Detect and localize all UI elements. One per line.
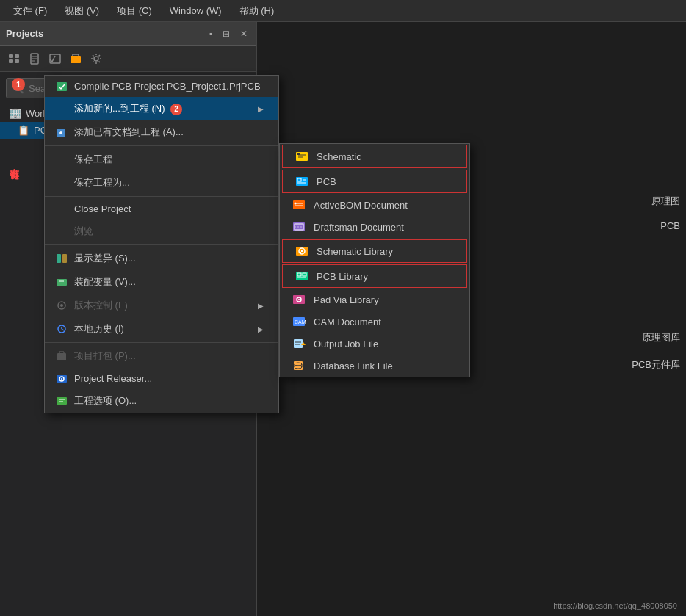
menu-file[interactable]: 文件 (F) [6, 1, 54, 21]
pcb-lib-icon [295, 270, 309, 282]
project-icon: 📋 [18, 125, 29, 136]
draftsman-label: Draftsman Document [314, 222, 404, 233]
submenu-arrow: ▶ [258, 105, 264, 113]
separator-1 [45, 145, 278, 146]
sub-db-link[interactable]: Database Link File [280, 355, 469, 377]
svg-rect-3 [15, 59, 19, 63]
panel-header: Projects ▪ ⊟ ✕ [0, 22, 256, 46]
sub-schem-lib[interactable]: Schematic Library [282, 239, 467, 263]
badge-1: 1 [12, 78, 25, 91]
ctx-close-project[interactable]: Close Project [45, 198, 278, 220]
sub-pad-via[interactable]: Pad Via Library [280, 289, 469, 311]
pad-via-icon [292, 294, 306, 305]
schem-lib-label: Schematic Library [317, 246, 393, 257]
ctx-add-new[interactable]: 添加新的...到工程 (N) 2 ▶ [45, 97, 278, 120]
cam-label: CAM Document [314, 316, 381, 327]
compile-label: Compile PCB Project PCB_Project1.PrjPCB [74, 81, 261, 92]
version-icon [55, 299, 68, 312]
show-diff-label: 显示差异 (S)... [74, 252, 136, 265]
draftsman-icon [292, 221, 306, 233]
assembly-icon [55, 275, 68, 289]
sub-cam[interactable]: CAM CAM Document [280, 311, 469, 333]
svg-point-28 [61, 378, 62, 380]
badge-2: 2 [170, 104, 182, 115]
submenu: Schematic PCB ActiveBOM Document Draftsm… [279, 143, 470, 377]
bottom-url: https://blog.csdn.net/qq_48008050 [553, 601, 677, 610]
workspace-icon: 🏢 [9, 107, 21, 119]
ctx-project-pack: 项目打包 (P)... [45, 344, 278, 368]
ctx-local-history[interactable]: 本地历史 (I) ▶ [45, 317, 278, 341]
svg-rect-1 [15, 54, 19, 58]
sub-pcb-lib[interactable]: PCB Library [282, 264, 467, 288]
menu-window[interactable]: Window (W) [162, 2, 229, 19]
project-options-label: 工程选项 (O)... [74, 394, 137, 407]
version-ctrl-label: 版本控制 (E) [74, 299, 128, 312]
panel-title: Projects [6, 28, 206, 39]
svg-text:CAM: CAM [295, 319, 306, 325]
pcb-lib-label: PCB Library [317, 271, 368, 282]
output-job-icon [292, 338, 306, 349]
svg-rect-35 [297, 153, 300, 155]
menu-project[interactable]: 项目 (C) [109, 1, 159, 21]
sub-activebom[interactable]: ActiveBOM Document [280, 194, 469, 216]
ctx-save-project[interactable]: 保存工程 [45, 148, 278, 171]
panel-toolbar [0, 46, 256, 72]
sub-pcb[interactable]: PCB [282, 170, 467, 193]
pin-icon[interactable]: ▪ [206, 27, 215, 40]
separator-4 [45, 342, 278, 343]
ctx-assembly-var[interactable]: 装配变量 (V)... [45, 270, 278, 294]
db-link-label: Database Link File [314, 360, 393, 372]
separator-2 [45, 196, 278, 197]
save-project-label: 保存工程 [74, 153, 112, 166]
compile-icon [55, 80, 68, 93]
svg-rect-16 [62, 254, 67, 263]
toolbar-btn-2[interactable] [26, 51, 43, 67]
options-icon [55, 394, 68, 407]
pcb-label: PCB [317, 176, 336, 187]
svg-rect-0 [9, 54, 13, 58]
svg-rect-9 [71, 56, 81, 63]
menubar: 文件 (F) 视图 (V) 项目 (C) Window (W) 帮助 (H) [0, 0, 686, 22]
ctx-browse: 浏览 [45, 220, 278, 243]
svg-point-43 [295, 203, 297, 205]
ctx-show-diff[interactable]: 显示差异 (S)... [45, 247, 278, 270]
toolbar-btn-1[interactable] [6, 51, 22, 67]
panel-header-icons: ▪ ⊟ ✕ [206, 27, 250, 40]
output-job-label: Output Job File [314, 338, 378, 349]
svg-rect-17 [57, 279, 67, 286]
sub-draftsman[interactable]: Draftsman Document [280, 216, 469, 238]
separator-3 [45, 244, 278, 245]
save-project-as-label: 保存工程为... [74, 176, 130, 189]
sub-schematic[interactable]: Schematic [282, 145, 467, 168]
ctx-project-options[interactable]: 工程选项 (O)... [45, 389, 278, 413]
ctx-save-project-as[interactable]: 保存工程为... [45, 171, 278, 195]
add-existing-icon [55, 126, 68, 139]
ctx-compile[interactable]: Compile PCB Project PCB_Project1.PrjPCB [45, 76, 278, 97]
add-existing-label: 添加已有文档到工程 (A)... [74, 126, 184, 139]
pack-icon [55, 349, 68, 363]
history-icon [55, 322, 68, 336]
toolbar-btn-4[interactable] [68, 51, 84, 67]
svg-rect-29 [57, 397, 67, 405]
schem-lib-icon [295, 245, 309, 257]
sub-output-job[interactable]: Output Job File [280, 333, 469, 355]
menu-help[interactable]: 帮助 (H) [232, 1, 282, 21]
activebom-icon [292, 199, 306, 211]
menu-view[interactable]: 视图 (V) [57, 1, 106, 21]
close-icon[interactable]: ✕ [237, 27, 250, 40]
annotation-schematic: 原理图 [651, 195, 680, 208]
version-arrow: ▶ [258, 302, 264, 310]
history-arrow: ▶ [258, 325, 264, 333]
svg-rect-60 [294, 339, 303, 348]
settings-icon[interactable] [88, 51, 104, 67]
svg-rect-11 [57, 82, 67, 91]
close-project-label: Close Project [74, 203, 131, 214]
svg-point-10 [94, 57, 98, 61]
ctx-project-release[interactable]: Project Releaser... [45, 368, 278, 389]
local-history-label: 本地历史 (I) [74, 322, 124, 336]
float-icon[interactable]: ⊟ [220, 27, 233, 40]
svg-rect-32 [296, 152, 308, 161]
toolbar-btn-3[interactable] [47, 51, 63, 67]
ctx-add-existing[interactable]: 添加已有文档到工程 (A)... [45, 120, 278, 144]
assembly-var-label: 装配变量 (V)... [74, 275, 136, 289]
